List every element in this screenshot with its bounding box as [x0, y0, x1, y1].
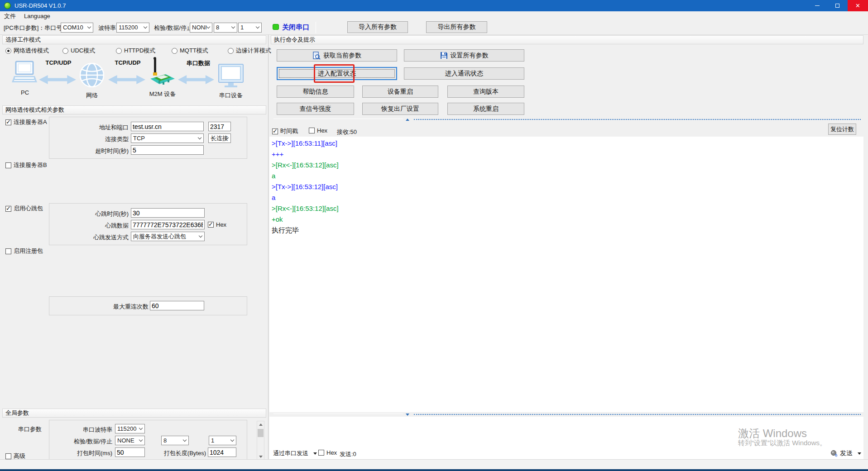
checkbox-register-packet[interactable]: 启用注册包 — [5, 247, 43, 255]
radio-icon — [5, 48, 11, 54]
chevron-down-icon — [206, 25, 210, 29]
scroll-up-button[interactable] — [257, 421, 264, 428]
get-params-button[interactable]: 获取当前参数 — [277, 49, 397, 62]
parity-label: 检验/数据/停止 — [154, 24, 192, 32]
hb-data-input[interactable] — [131, 220, 205, 229]
window-title: USR-DR504 V1.0.7 — [14, 2, 66, 9]
scrollbar-thumb[interactable] — [258, 429, 264, 437]
conn-type-select[interactable]: TCP — [131, 133, 204, 143]
pack-len-input[interactable] — [208, 447, 236, 457]
link-label: TCP/UDP — [40, 59, 77, 66]
pack-time-label: 打包时间(ms) — [59, 449, 112, 457]
close-button[interactable]: ✕ — [848, 0, 868, 11]
minimize-button[interactable] — [807, 0, 827, 11]
com-port-select[interactable]: COM10 — [61, 23, 93, 33]
window-bottom-edge — [0, 469, 868, 471]
checkbox-server-a[interactable]: 连接服务器A — [5, 118, 47, 126]
import-params-button[interactable]: 导入所有参数 — [347, 21, 408, 33]
save-floppy-icon — [440, 52, 448, 59]
pack-len-label: 打包长度(Bytes) — [149, 449, 206, 457]
g-parity-select[interactable]: NONE — [115, 436, 145, 445]
export-params-button[interactable]: 导出所有参数 — [426, 21, 487, 33]
maximize-icon — [835, 4, 839, 8]
arrow-down-icon — [406, 414, 409, 416]
timeout-input[interactable] — [131, 145, 204, 155]
hb-time-input[interactable] — [131, 208, 205, 218]
left-scrollbar[interactable] — [257, 421, 264, 461]
link-label: TCP/UDP — [109, 59, 146, 66]
g-databits-select[interactable]: 8 — [161, 436, 189, 445]
splitter-collapse-handle[interactable] — [403, 117, 412, 122]
system-reboot-button[interactable]: 系统重启 — [447, 103, 524, 115]
conn-mode-select[interactable]: 长连接 — [208, 133, 231, 143]
checkbox-timestamp[interactable]: 时间戳 — [272, 127, 298, 135]
checkbox-icon — [309, 128, 315, 133]
radio-httpd-mode[interactable]: HTTPD模式 — [116, 47, 155, 55]
send-via-serial-dropdown[interactable]: 通过串口发送 — [273, 449, 317, 457]
set-params-button[interactable]: 设置所有参数 — [404, 49, 524, 62]
baud-select[interactable]: 115200 — [116, 23, 149, 33]
radio-udc-mode[interactable]: UDC模式 — [62, 47, 95, 55]
splitter-collapse-handle[interactable] — [403, 412, 412, 417]
pack-time-input[interactable] — [115, 447, 145, 457]
checkbox-send-hex[interactable]: Hex — [318, 449, 337, 456]
checkbox-hb-hex[interactable]: Hex — [208, 221, 226, 228]
work-mode-header: 选择工作模式 — [2, 35, 266, 44]
factory-reset-button[interactable]: 恢复出厂设置 — [362, 103, 438, 115]
checkbox-heartbeat[interactable]: 启用心跳包 — [5, 205, 43, 213]
splitter-dots — [414, 119, 861, 120]
hb-mode-select[interactable]: 向服务器发送心跳包 — [131, 232, 205, 241]
enter-config-button[interactable]: 进入配置状态 — [277, 67, 397, 80]
reset-counter-button[interactable]: 复位计数 — [828, 124, 856, 135]
enter-comm-button[interactable]: 进入通讯状态 — [404, 67, 524, 80]
addr-label: 地址和端口 — [68, 124, 129, 132]
checkbox-icon — [208, 222, 214, 228]
query-signal-button[interactable]: 查信号强度 — [277, 103, 354, 115]
radio-edge-mode[interactable]: 边缘计算模式 — [228, 47, 271, 55]
recv-count-label: 接收:50 — [337, 128, 357, 136]
menu-file[interactable]: 文件 — [0, 11, 20, 21]
help-info-button[interactable]: 帮助信息 — [277, 86, 354, 98]
g-stopbits-select[interactable]: 1 — [209, 436, 236, 445]
log-line: a — [272, 192, 863, 203]
log-output-area[interactable]: >[Tx->][16:53:11][asc] +++ >[Rx<-][16:53… — [269, 137, 863, 412]
global-params-header: 全局参数 — [2, 409, 266, 418]
log-splitter-bottom[interactable] — [271, 412, 863, 417]
log-splitter-top[interactable] — [271, 117, 863, 122]
bidirectional-arrow-icon — [178, 75, 214, 84]
radio-icon — [228, 48, 234, 54]
databits-select[interactable]: 8 — [214, 23, 237, 33]
close-port-button[interactable]: 关闭串口 — [282, 23, 309, 32]
command-panel-header: 执行命令及提示 — [271, 35, 863, 44]
parity-select[interactable]: NONI — [190, 23, 212, 33]
log-line: >[Tx->][16:53:12][asc] — [272, 181, 863, 192]
maximize-button[interactable] — [827, 0, 848, 11]
serial-device-monitor-icon — [218, 64, 244, 88]
serial-params-label: 串口参数 — [18, 425, 50, 433]
checkbox-log-hex[interactable]: Hex — [309, 127, 327, 134]
reconnect-input[interactable] — [150, 301, 204, 310]
title-bar: USR-DR504 V1.0.7 ✕ — [0, 0, 868, 11]
server-port-input[interactable] — [208, 122, 231, 131]
radio-mqtt-mode[interactable]: MQTT模式 — [172, 47, 208, 55]
g-baud-select[interactable]: 115200 — [115, 424, 145, 433]
stopbits-select[interactable]: 1 — [238, 23, 262, 33]
close-icon: ✕ — [855, 2, 860, 9]
log-line: +++ — [272, 149, 863, 160]
radio-net-transparent-mode[interactable]: 网络透传模式 — [5, 47, 49, 55]
device-reboot-button[interactable]: 设备重启 — [362, 86, 438, 98]
network-globe-icon — [80, 63, 104, 87]
chevron-down-icon — [139, 426, 143, 429]
bidirectional-arrow-icon — [39, 75, 76, 84]
checkbox-icon — [318, 450, 324, 456]
hb-time-label: 心跳时间(秒) — [68, 210, 129, 218]
menu-language[interactable]: Language — [20, 11, 54, 21]
chevron-down-icon — [231, 25, 235, 29]
log-line: a — [272, 171, 863, 181]
server-address-input[interactable] — [131, 122, 204, 131]
log-line: >[Tx->][16:53:11][asc] — [272, 138, 863, 149]
send-button[interactable]: 发送 — [830, 449, 861, 457]
checkbox-server-b[interactable]: 连接服务器B — [5, 161, 47, 169]
query-version-button[interactable]: 查询版本 — [447, 86, 524, 98]
radio-icon — [172, 48, 177, 54]
